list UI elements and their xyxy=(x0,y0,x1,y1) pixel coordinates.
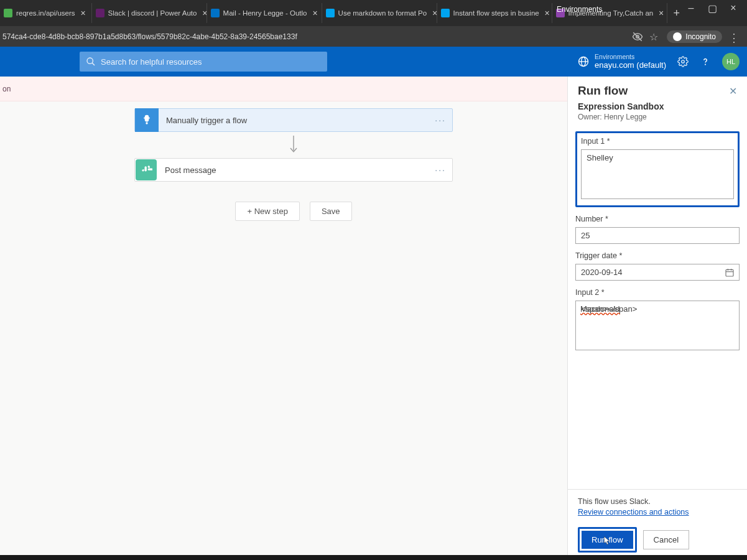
app-header: Environments enayu.com (default) HL xyxy=(0,47,747,77)
favicon-icon xyxy=(326,9,335,17)
tab-title: Mail - Henry Legge - Outlo xyxy=(223,9,307,17)
environment-picker[interactable]: Environments enayu.com (default) xyxy=(577,54,666,70)
date-label: Trigger date * xyxy=(575,251,740,260)
more-icon[interactable]: ··· xyxy=(435,115,446,125)
url-text[interactable]: 574ca4-cde8-4d8b-bcb8-897b1a5d8b63/flows… xyxy=(0,32,632,41)
run-flow-panel: Run flow ✕ Expression Sandbox Owner: Hen… xyxy=(567,77,747,560)
favicon-icon xyxy=(96,9,104,17)
number-label: Number * xyxy=(575,215,740,223)
star-icon[interactable]: ☆ xyxy=(649,31,661,42)
globe-icon xyxy=(577,55,590,68)
environments-overlay-label: Environments xyxy=(557,5,602,14)
review-connections-link[interactable]: Review connections and actions xyxy=(578,508,689,516)
connector-arrow xyxy=(134,136,453,154)
incognito-chip[interactable]: Incognito xyxy=(667,30,722,43)
number-field[interactable] xyxy=(575,227,740,244)
run-flow-button[interactable]: Run flow xyxy=(582,531,633,549)
svg-point-2 xyxy=(87,58,93,63)
minimize-icon[interactable]: – xyxy=(682,2,700,15)
tab-title: Use markdown to format Po xyxy=(338,9,427,17)
input2-label: Input 2 * xyxy=(575,288,740,297)
close-icon[interactable]: × xyxy=(310,9,319,17)
close-icon[interactable]: × xyxy=(657,9,666,17)
trigger-label: Manually trigger a flow xyxy=(166,116,247,125)
close-panel-icon[interactable]: ✕ xyxy=(729,85,737,97)
browser-tab[interactable]: Use markdown to format Po × xyxy=(322,3,437,23)
input1-label: Input 1 * xyxy=(581,137,734,146)
env-label: Environments xyxy=(595,54,666,61)
incognito-label: Incognito xyxy=(685,32,716,41)
close-icon[interactable]: × xyxy=(79,9,88,17)
help-icon[interactable] xyxy=(700,56,711,67)
eye-off-icon[interactable] xyxy=(632,31,643,42)
date-field[interactable] xyxy=(575,264,740,281)
browser-tab[interactable]: Instant flow steps in busine × xyxy=(437,3,552,23)
taskbar xyxy=(0,555,747,560)
trigger-step[interactable]: Manually trigger a flow ··· xyxy=(134,108,453,132)
input2-group: Input 2 * <span></span> Macdonald xyxy=(575,288,740,355)
menu-icon[interactable]: ⋮ xyxy=(728,31,740,42)
slack-icon xyxy=(136,159,157,180)
favicon-icon xyxy=(4,9,12,17)
gear-icon[interactable] xyxy=(677,56,689,67)
search-box[interactable] xyxy=(80,52,327,72)
input1-field[interactable]: Shelley xyxy=(581,149,734,199)
cursor-icon xyxy=(603,536,611,546)
new-step-button[interactable]: + New step xyxy=(235,202,299,221)
action-label: Post message xyxy=(165,166,216,175)
favicon-icon xyxy=(211,9,220,17)
number-group: Number * xyxy=(575,215,740,244)
browser-tab-strip: reqres.in/api/users × Slack | discord | … xyxy=(0,0,747,26)
close-icon[interactable]: × xyxy=(200,9,206,17)
browser-tab[interactable]: Slack | discord | Power Auto × xyxy=(92,3,207,23)
browser-tab[interactable]: Mail - Henry Legge - Outlo × xyxy=(207,3,322,23)
tab-title: Instant flow steps in busine xyxy=(453,9,539,17)
run-flow-highlight: Run flow xyxy=(578,527,637,553)
close-icon[interactable]: × xyxy=(430,9,437,17)
input2-field[interactable]: <span></span> xyxy=(575,301,740,350)
svg-point-8 xyxy=(705,64,706,65)
notification-text: on xyxy=(2,85,11,93)
more-icon[interactable]: ··· xyxy=(435,165,446,175)
svg-line-3 xyxy=(92,63,95,65)
trigger-icon xyxy=(135,108,159,132)
tab-title: reqres.in/api/users xyxy=(16,9,75,17)
search-input[interactable] xyxy=(101,57,321,67)
window-close-icon[interactable]: × xyxy=(725,2,742,15)
env-value: enayu.com (default) xyxy=(595,61,666,70)
search-icon xyxy=(86,57,96,67)
date-group: Trigger date * xyxy=(575,251,740,281)
address-bar: 574ca4-cde8-4d8b-bcb8-897b1a5d8b63/flows… xyxy=(0,26,747,47)
footer-text: This flow uses Slack. xyxy=(578,497,737,506)
cancel-button[interactable]: Cancel xyxy=(643,530,689,549)
tab-title: Slack | discord | Power Auto xyxy=(108,9,197,17)
browser-tab[interactable]: reqres.in/api/users × xyxy=(0,3,92,23)
svg-point-9 xyxy=(146,122,147,124)
avatar[interactable]: HL xyxy=(722,53,740,70)
input1-group: Input 1 * Shelley xyxy=(575,131,740,207)
favicon-icon xyxy=(441,9,450,17)
panel-owner: Owner: Henry Legge xyxy=(578,113,737,121)
maximize-icon[interactable]: ▢ xyxy=(703,2,721,15)
save-button[interactable]: Save xyxy=(310,202,352,221)
panel-title: Run flow xyxy=(578,84,628,98)
svg-rect-11 xyxy=(726,269,733,276)
panel-subtitle: Expression Sandbox xyxy=(578,101,737,111)
calendar-icon[interactable] xyxy=(725,268,735,278)
action-step[interactable]: Post message ··· xyxy=(134,158,453,182)
svg-point-7 xyxy=(682,60,685,63)
incognito-icon xyxy=(673,32,682,41)
panel-footer: This flow uses Slack. Review connections… xyxy=(568,489,747,560)
close-icon[interactable]: × xyxy=(543,9,552,17)
